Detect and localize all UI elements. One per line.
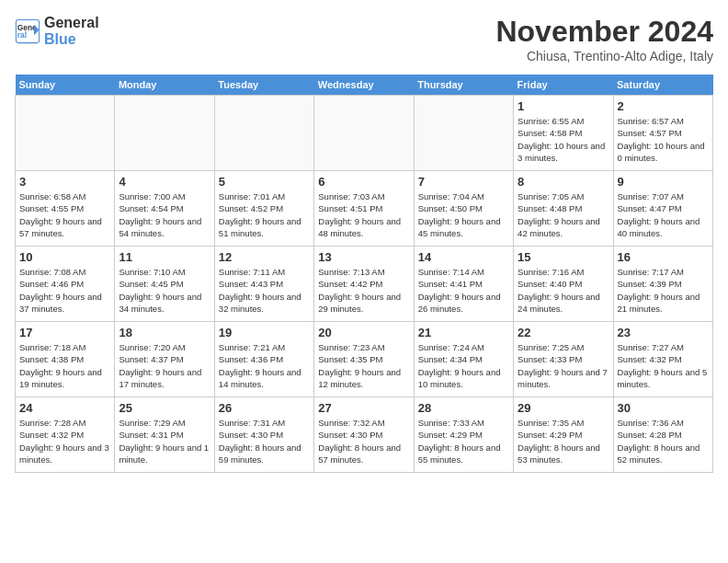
title-section: November 2024 Chiusa, Trentino-Alto Adig… xyxy=(495,15,713,63)
calendar-cell: 12Sunrise: 7:11 AM Sunset: 4:43 PM Dayli… xyxy=(214,247,313,322)
day-info: Sunrise: 7:33 AM Sunset: 4:29 PM Dayligh… xyxy=(418,417,509,465)
day-info: Sunrise: 7:01 AM Sunset: 4:52 PM Dayligh… xyxy=(219,190,310,239)
day-number: 14 xyxy=(418,250,509,264)
calendar-cell: 1Sunrise: 6:55 AM Sunset: 4:58 PM Daylig… xyxy=(514,96,613,171)
day-number: 9 xyxy=(618,175,709,189)
day-info: Sunrise: 7:16 AM Sunset: 4:40 PM Dayligh… xyxy=(518,266,609,315)
day-info: Sunrise: 7:14 AM Sunset: 4:41 PM Dayligh… xyxy=(418,266,509,315)
col-header-monday: Monday xyxy=(115,75,214,96)
calendar-cell: 6Sunrise: 7:03 AM Sunset: 4:51 PM Daylig… xyxy=(314,171,414,247)
calendar-week-4: 17Sunrise: 7:18 AM Sunset: 4:38 PM Dayli… xyxy=(16,322,713,397)
calendar-cell: 28Sunrise: 7:33 AM Sunset: 4:29 PM Dayli… xyxy=(414,397,513,473)
calendar-cell: 24Sunrise: 7:28 AM Sunset: 4:32 PM Dayli… xyxy=(16,397,115,473)
calendar-cell: 15Sunrise: 7:16 AM Sunset: 4:40 PM Dayli… xyxy=(514,247,613,322)
calendar-cell: 18Sunrise: 7:20 AM Sunset: 4:37 PM Dayli… xyxy=(115,322,214,397)
day-info: Sunrise: 7:21 AM Sunset: 4:36 PM Dayligh… xyxy=(219,341,310,390)
day-number: 30 xyxy=(618,401,709,415)
col-header-friday: Friday xyxy=(514,75,613,96)
day-info: Sunrise: 7:24 AM Sunset: 4:34 PM Dayligh… xyxy=(418,341,509,390)
calendar-week-3: 10Sunrise: 7:08 AM Sunset: 4:46 PM Dayli… xyxy=(16,247,713,322)
day-info: Sunrise: 7:13 AM Sunset: 4:42 PM Dayligh… xyxy=(318,266,409,315)
page-header: Gene ral General Blue November 2024 Chiu… xyxy=(15,15,713,63)
calendar-cell: 2Sunrise: 6:57 AM Sunset: 4:57 PM Daylig… xyxy=(613,96,712,171)
day-info: Sunrise: 7:29 AM Sunset: 4:31 PM Dayligh… xyxy=(119,417,210,465)
calendar-cell xyxy=(16,96,115,171)
day-number: 19 xyxy=(219,326,310,339)
calendar-cell: 19Sunrise: 7:21 AM Sunset: 4:36 PM Dayli… xyxy=(214,322,313,397)
calendar-cell: 11Sunrise: 7:10 AM Sunset: 4:45 PM Dayli… xyxy=(115,247,214,322)
calendar-week-5: 24Sunrise: 7:28 AM Sunset: 4:32 PM Dayli… xyxy=(16,397,713,473)
day-number: 12 xyxy=(219,250,310,264)
calendar-table: SundayMondayTuesdayWednesdayThursdayFrid… xyxy=(15,75,713,473)
calendar-cell: 9Sunrise: 7:07 AM Sunset: 4:47 PM Daylig… xyxy=(613,171,712,247)
calendar-cell xyxy=(115,96,214,171)
day-info: Sunrise: 6:55 AM Sunset: 4:58 PM Dayligh… xyxy=(518,115,609,164)
calendar-cell: 25Sunrise: 7:29 AM Sunset: 4:31 PM Dayli… xyxy=(115,397,214,473)
day-number: 26 xyxy=(219,401,310,415)
day-info: Sunrise: 7:03 AM Sunset: 4:51 PM Dayligh… xyxy=(318,190,409,239)
day-info: Sunrise: 7:17 AM Sunset: 4:39 PM Dayligh… xyxy=(618,266,709,315)
day-number: 24 xyxy=(19,401,110,415)
day-info: Sunrise: 7:11 AM Sunset: 4:43 PM Dayligh… xyxy=(219,266,310,315)
day-number: 29 xyxy=(518,401,609,415)
day-number: 25 xyxy=(119,401,210,415)
calendar-week-1: 1Sunrise: 6:55 AM Sunset: 4:58 PM Daylig… xyxy=(16,96,713,171)
logo-icon: Gene ral xyxy=(15,18,40,44)
day-number: 1 xyxy=(518,99,609,113)
day-number: 16 xyxy=(618,250,709,264)
day-number: 27 xyxy=(318,401,409,415)
col-header-wednesday: Wednesday xyxy=(314,75,414,96)
day-number: 7 xyxy=(418,175,509,189)
day-info: Sunrise: 7:18 AM Sunset: 4:38 PM Dayligh… xyxy=(19,341,110,390)
day-number: 8 xyxy=(518,175,609,189)
day-info: Sunrise: 7:36 AM Sunset: 4:28 PM Dayligh… xyxy=(618,417,709,465)
day-info: Sunrise: 6:57 AM Sunset: 4:57 PM Dayligh… xyxy=(618,115,709,164)
day-number: 21 xyxy=(418,326,509,339)
day-info: Sunrise: 7:20 AM Sunset: 4:37 PM Dayligh… xyxy=(119,341,210,390)
day-number: 18 xyxy=(119,326,210,339)
day-number: 4 xyxy=(119,175,210,189)
day-number: 2 xyxy=(618,99,709,113)
day-info: Sunrise: 7:35 AM Sunset: 4:29 PM Dayligh… xyxy=(518,417,609,465)
day-info: Sunrise: 7:10 AM Sunset: 4:45 PM Dayligh… xyxy=(119,266,210,315)
calendar-cell xyxy=(314,96,414,171)
day-info: Sunrise: 7:25 AM Sunset: 4:33 PM Dayligh… xyxy=(518,341,609,390)
day-info: Sunrise: 7:00 AM Sunset: 4:54 PM Dayligh… xyxy=(119,190,210,239)
day-info: Sunrise: 7:08 AM Sunset: 4:46 PM Dayligh… xyxy=(19,266,110,315)
calendar-cell: 22Sunrise: 7:25 AM Sunset: 4:33 PM Dayli… xyxy=(514,322,613,397)
calendar-cell: 21Sunrise: 7:24 AM Sunset: 4:34 PM Dayli… xyxy=(414,322,513,397)
calendar-cell xyxy=(414,96,513,171)
day-number: 23 xyxy=(618,326,709,339)
calendar-cell: 10Sunrise: 7:08 AM Sunset: 4:46 PM Dayli… xyxy=(16,247,115,322)
day-info: Sunrise: 7:04 AM Sunset: 4:50 PM Dayligh… xyxy=(418,190,509,239)
day-number: 28 xyxy=(418,401,509,415)
day-info: Sunrise: 7:23 AM Sunset: 4:35 PM Dayligh… xyxy=(318,341,409,390)
day-info: Sunrise: 7:07 AM Sunset: 4:47 PM Dayligh… xyxy=(618,190,709,239)
day-info: Sunrise: 7:31 AM Sunset: 4:30 PM Dayligh… xyxy=(219,417,310,465)
day-number: 10 xyxy=(19,250,110,264)
svg-text:ral: ral xyxy=(17,30,27,40)
month-year-title: November 2024 xyxy=(495,15,713,49)
day-info: Sunrise: 7:27 AM Sunset: 4:32 PM Dayligh… xyxy=(618,341,709,390)
calendar-cell xyxy=(214,96,313,171)
day-number: 15 xyxy=(518,250,609,264)
day-info: Sunrise: 6:58 AM Sunset: 4:55 PM Dayligh… xyxy=(19,190,110,239)
calendar-cell: 5Sunrise: 7:01 AM Sunset: 4:52 PM Daylig… xyxy=(214,171,313,247)
col-header-tuesday: Tuesday xyxy=(214,75,313,96)
col-header-thursday: Thursday xyxy=(414,75,513,96)
page-container: Gene ral General Blue November 2024 Chiu… xyxy=(0,0,728,480)
calendar-cell: 14Sunrise: 7:14 AM Sunset: 4:41 PM Dayli… xyxy=(414,247,513,322)
logo-text: General Blue xyxy=(44,15,99,47)
day-info: Sunrise: 7:05 AM Sunset: 4:48 PM Dayligh… xyxy=(518,190,609,239)
calendar-cell: 30Sunrise: 7:36 AM Sunset: 4:28 PM Dayli… xyxy=(613,397,712,473)
calendar-cell: 20Sunrise: 7:23 AM Sunset: 4:35 PM Dayli… xyxy=(314,322,414,397)
day-number: 3 xyxy=(19,175,110,189)
calendar-cell: 7Sunrise: 7:04 AM Sunset: 4:50 PM Daylig… xyxy=(414,171,513,247)
calendar-cell: 26Sunrise: 7:31 AM Sunset: 4:30 PM Dayli… xyxy=(214,397,313,473)
calendar-header-row: SundayMondayTuesdayWednesdayThursdayFrid… xyxy=(16,75,713,96)
col-header-sunday: Sunday xyxy=(16,75,115,96)
day-number: 11 xyxy=(119,250,210,264)
calendar-cell: 23Sunrise: 7:27 AM Sunset: 4:32 PM Dayli… xyxy=(613,322,712,397)
day-number: 17 xyxy=(19,326,110,339)
location-subtitle: Chiusa, Trentino-Alto Adige, Italy xyxy=(495,49,713,63)
